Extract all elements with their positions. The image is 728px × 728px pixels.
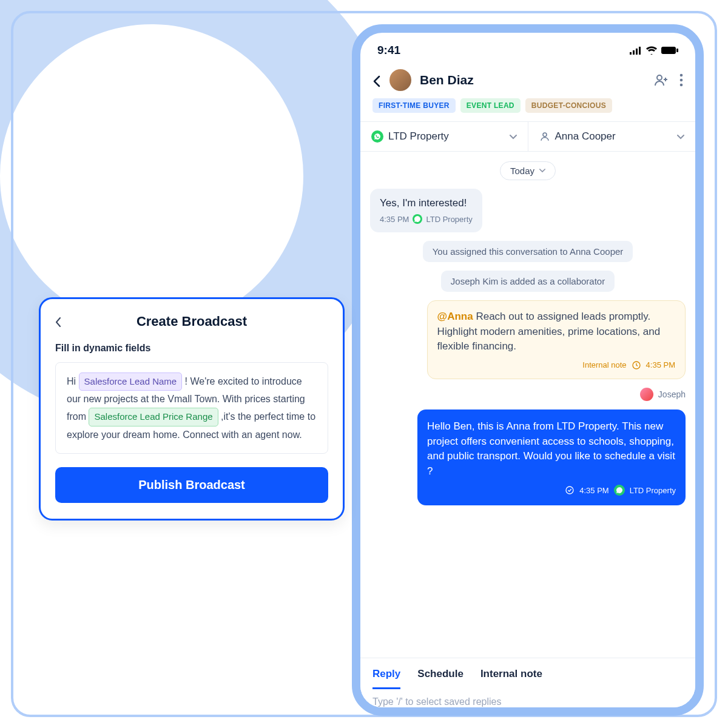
svg-point-9 — [680, 84, 683, 87]
card-back-button[interactable] — [55, 315, 70, 328]
tag-event-lead: EVENT LEAD — [460, 98, 521, 113]
message-list: Today Yes, I'm interested! 4:35 PM LTD P… — [360, 152, 695, 650]
back-button[interactable] — [372, 72, 381, 89]
chat-header: Ben Diaz FIRST-TIME BUYER EVENT LEAD BUD… — [360, 62, 695, 122]
system-message: You assigned this conversation to Anna C… — [423, 241, 633, 262]
status-icons — [630, 46, 678, 55]
channel-name: LTD Property — [388, 130, 449, 143]
message-text: Yes, I'm interested! — [380, 197, 473, 209]
broadcast-template[interactable]: Hi Salesforce Lead Name ! We're excited … — [55, 362, 328, 454]
wifi-icon — [645, 46, 658, 55]
svg-rect-1 — [633, 50, 635, 55]
contact-name: Ben Diaz — [420, 73, 645, 87]
contact-avatar[interactable] — [389, 69, 411, 91]
svg-rect-4 — [661, 47, 676, 54]
whatsapp-icon — [614, 485, 625, 496]
message-author: Joseph — [640, 388, 686, 401]
note-label: Internal note — [582, 360, 626, 369]
contact-tags: FIRST-TIME BUYER EVENT LEAD BUDGET-CONCI… — [372, 98, 683, 113]
message-time: 4:35 PM — [579, 486, 608, 495]
more-icon[interactable] — [679, 73, 683, 87]
author-name: Joseph — [658, 389, 686, 399]
publish-button[interactable]: Publish Broadcast — [55, 467, 328, 503]
status-time: 9:41 — [377, 44, 400, 57]
template-text: Hi — [67, 376, 79, 386]
compose-area: Reply Schedule Internal note Type '/' to… — [360, 658, 695, 707]
outgoing-message: Hello Ben, this is Anna from LTD Propert… — [417, 410, 686, 506]
token-lead-name[interactable]: Salesforce Lead Name — [79, 372, 183, 391]
author-avatar — [640, 388, 653, 401]
card-title: Create Broadcast — [70, 314, 314, 329]
tab-schedule[interactable]: Schedule — [417, 668, 463, 689]
assignee-selector[interactable]: Anna Cooper — [528, 122, 696, 151]
whatsapp-icon — [371, 130, 383, 143]
message-time: 4:35 PM — [380, 215, 409, 224]
message-via: LTD Property — [426, 215, 472, 224]
svg-rect-3 — [639, 47, 641, 55]
svg-point-10 — [543, 133, 547, 136]
status-bar: 9:41 — [360, 33, 695, 62]
message-via: LTD Property — [630, 486, 676, 495]
date-pill[interactable]: Today — [500, 161, 556, 180]
clock-icon — [632, 360, 641, 370]
system-message: Joseph Kim is added as a collaborator — [441, 271, 615, 292]
check-icon — [565, 485, 575, 495]
assignee-name: Anna Cooper — [555, 130, 616, 143]
chevron-down-icon — [539, 169, 545, 173]
phone-device: 9:41 Ben Diaz FIRST-TIME BUYER EVENT LEA… — [352, 24, 704, 716]
tab-internal-note[interactable]: Internal note — [480, 668, 542, 689]
svg-rect-5 — [676, 49, 678, 52]
chevron-down-icon — [677, 130, 684, 143]
channel-selector[interactable]: LTD Property — [360, 122, 528, 151]
svg-point-6 — [657, 75, 662, 80]
battery-icon — [661, 46, 678, 55]
svg-rect-0 — [630, 52, 632, 55]
card-subtitle: Fill in dynamic fields — [55, 343, 328, 354]
whatsapp-icon — [413, 214, 422, 224]
person-icon — [539, 131, 550, 142]
note-time: 4:35 PM — [646, 360, 675, 369]
token-price-range[interactable]: Salesforce Lead Price Range — [89, 408, 218, 426]
svg-point-12 — [566, 487, 573, 494]
chevron-down-icon — [510, 130, 517, 143]
svg-point-8 — [680, 79, 683, 82]
date-label: Today — [510, 166, 534, 176]
svg-rect-2 — [636, 49, 638, 55]
tag-first-time-buyer: FIRST-TIME BUYER — [372, 98, 456, 113]
broadcast-card: Create Broadcast Fill in dynamic fields … — [39, 297, 345, 521]
tab-reply[interactable]: Reply — [372, 668, 400, 689]
internal-note: @Anna Reach out to assigned leads prompt… — [427, 300, 686, 379]
svg-point-7 — [680, 74, 683, 77]
tag-budget-conscious: BUDGET-CONCIOUS — [525, 98, 612, 113]
compose-input[interactable]: Type '/' to select saved replies — [360, 689, 695, 707]
mention: @Anna — [437, 311, 473, 322]
selectors-row: LTD Property Anna Cooper — [360, 122, 695, 152]
compose-tabs: Reply Schedule Internal note — [360, 658, 695, 689]
signal-icon — [630, 46, 642, 55]
incoming-message: Yes, I'm interested! 4:35 PM LTD Propert… — [370, 189, 482, 232]
add-user-icon[interactable] — [654, 73, 669, 87]
message-text: Hello Ben, this is Anna from LTD Propert… — [427, 419, 676, 479]
